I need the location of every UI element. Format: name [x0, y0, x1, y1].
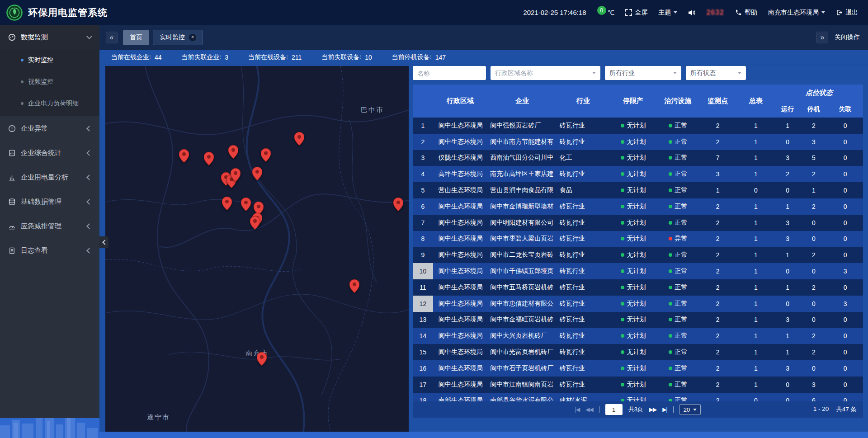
table-row[interactable]: 8阆中生态环境局阆中市枣碧大梁山页岩砖瓦行业无计划异常21300: [413, 231, 863, 247]
table-row[interactable]: 1阆中生态环境局阆中强锐页岩砖厂砖瓦行业无计划正常21120: [413, 118, 863, 134]
table-row[interactable]: 10阆中生态环境局阆中市千佛镇五郎垭页砖瓦行业无计划正常21003: [413, 263, 863, 279]
table-row[interactable]: 4高坪生态环境局南充市高坪区王家店建砖瓦行业无计划正常31220: [413, 166, 863, 182]
alert-count-badge[interactable]: 2632: [706, 9, 724, 17]
table-header: 行政区域 企业 行业 停限产 治污设施 监测点 总表 点位状态 运行 停机: [413, 85, 863, 118]
production-status-cell: 无计划: [609, 328, 657, 344]
sidebar-item[interactable]: 实时监控: [0, 49, 99, 71]
tabs-scroll-left-button[interactable]: «: [106, 32, 118, 43]
org-dropdown[interactable]: 南充市生态环境局: [768, 9, 825, 17]
table-row[interactable]: 14阆中生态环境局阆中大兴页岩机砖厂砖瓦行业无计划正常21120: [413, 328, 863, 344]
status-filter-value: 所有状态: [690, 69, 716, 77]
last-page-button[interactable]: ▶|: [662, 406, 667, 413]
fullscreen-button[interactable]: 全屏: [625, 9, 647, 17]
table-row[interactable]: 11阆中生态环境局阆中市五马桥页岩机砖砖瓦行业无计划正常21120: [413, 279, 863, 296]
industry-filter-select[interactable]: 所有行业: [605, 66, 681, 80]
close-operations-button[interactable]: 关闭操作: [835, 33, 860, 42]
region-filter-select[interactable]: 行政区域名称: [491, 66, 600, 80]
table-row[interactable]: 3仪陇生态环境局西南油气田分公司川中化工无计划正常71350: [413, 150, 863, 166]
chevron-left-icon: [102, 240, 107, 245]
alert-sound-button[interactable]: [688, 9, 695, 16]
map-pin[interactable]: [261, 148, 271, 162]
row-index-cell: 14: [413, 328, 433, 344]
region-cell: 阆中生态环境局: [433, 377, 488, 393]
map-pin[interactable]: [228, 145, 238, 159]
sidebar-submenu: 实时监控视频监控企业电力负荷明细: [0, 49, 99, 116]
map-panel[interactable]: 巴中市南充市遂宁市: [105, 66, 409, 432]
map-pin[interactable]: [257, 352, 267, 366]
temperature-value: 0: [597, 6, 606, 15]
row-index-cell: 15: [413, 344, 433, 360]
stat-item: 当前停机设备:147: [392, 53, 446, 61]
stat-item: 当前在线设备:211: [248, 53, 302, 61]
next-page-button[interactable]: ▶▶: [649, 406, 656, 413]
facility-status-cell: 正常: [657, 150, 699, 166]
tabs-scroll-right-button[interactable]: »: [816, 32, 828, 43]
table-row[interactable]: 6阆中生态环境局阆中市金博瑞新型墙材砖瓦行业无计划正常21120: [413, 198, 863, 215]
sidebar-group-header[interactable]: 企业综合统计: [0, 141, 99, 165]
tab-item[interactable]: 实时监控×: [153, 30, 203, 45]
map-pin[interactable]: [231, 168, 241, 182]
stopped-count-cell: 5: [800, 150, 827, 166]
sidebar-group-header[interactable]: 基础数据管理: [0, 189, 99, 214]
tab-close-icon[interactable]: ×: [189, 34, 196, 41]
tab-item[interactable]: 首页: [123, 30, 149, 45]
temperature-indicator: 0 ℃: [597, 8, 615, 17]
company-cell: 南充市高坪区王家店建: [487, 166, 557, 182]
table-row[interactable]: 15阆中生态环境局阆中市光富页岩机砖厂砖瓦行业无计划正常21120: [413, 344, 863, 360]
map-pin[interactable]: [204, 152, 214, 165]
running-count-cell: 3: [775, 231, 800, 247]
sidebar-group-header[interactable]: 企业用电量分析: [0, 165, 99, 189]
sidebar-group-header[interactable]: 企业异常: [0, 116, 99, 141]
sidebar-group-header[interactable]: 日志查看: [0, 238, 99, 263]
map-collapse-handle[interactable]: [99, 236, 108, 248]
map-pin[interactable]: [393, 198, 403, 211]
table-row[interactable]: 9阆中生态环境局阆中市二龙长宝页岩砖砖瓦行业无计划正常21120: [413, 247, 863, 263]
table-row[interactable]: 5营山生态环境局营山县润丰肉食品有限食品无计划正常10010: [413, 182, 863, 198]
status-filter-select[interactable]: 所有状态: [686, 66, 746, 80]
name-filter-input[interactable]: [413, 66, 486, 80]
first-page-button[interactable]: |◀: [575, 406, 580, 413]
facility-status-cell: 异常: [657, 231, 699, 247]
table-row[interactable]: 7阆中生态环境局阆中明阳建材有限公司砖瓦行业无计划正常21300: [413, 215, 863, 231]
table-row[interactable]: 13阆中生态环境局阆中市金福旺页岩机砖砖瓦行业无计划正常21300: [413, 312, 863, 328]
table-row[interactable]: 17阆中生态环境局阆中市江南镇阆南页岩砖瓦行业无计划正常21030: [413, 377, 863, 393]
company-cell: 阆中市枣碧大梁山页岩: [487, 231, 557, 247]
status-green-dot-icon: [669, 318, 672, 321]
sidebar-item[interactable]: 企业电力负荷明细: [0, 93, 99, 114]
page-number-input[interactable]: [605, 404, 623, 415]
table-row[interactable]: 2阆中生态环境局阆中市南方节能建材有砖瓦行业无计划正常21030: [413, 134, 863, 150]
monitor-count-cell: 2: [699, 344, 736, 360]
page-size-select[interactable]: 20: [679, 404, 701, 415]
prev-page-button[interactable]: ◀◀: [585, 406, 593, 413]
logout-button[interactable]: 退出: [836, 9, 858, 17]
monitor-count-cell: 2: [699, 328, 736, 344]
map-pin[interactable]: [222, 197, 232, 210]
company-cell: 阆中市千佛镇五郎垭页: [487, 263, 557, 279]
production-status-cell: 无计划: [609, 118, 657, 134]
meter-count-cell: 1: [736, 296, 775, 312]
stopped-count-cell: 0: [800, 296, 827, 312]
sidebar-group-header[interactable]: 数据监测: [0, 25, 99, 49]
facility-status-cell: 正常: [657, 134, 699, 150]
table-row[interactable]: 18南部生态环境局南部县兴华水泥有限公建材(水泥无计划正常20060: [413, 393, 863, 401]
sidebar-item[interactable]: 视频监控: [0, 71, 99, 93]
map-pin[interactable]: [349, 279, 359, 293]
table-row[interactable]: 16阆中生态环境局阆中市石子页岩机砖厂砖瓦行业无计划正常21300: [413, 360, 863, 377]
offline-count-cell: 0: [827, 118, 863, 134]
sidebar-group-header[interactable]: 应急减排管理: [0, 214, 99, 238]
offline-count-cell: 0: [827, 377, 863, 393]
help-button[interactable]: 帮助: [735, 9, 757, 17]
map-pin[interactable]: [179, 149, 189, 163]
map-pin[interactable]: [241, 198, 251, 211]
theme-dropdown[interactable]: 主题: [658, 9, 677, 17]
row-index-cell: 12: [413, 296, 433, 312]
stopped-count-cell: 0: [800, 231, 827, 247]
sidebar-group: 企业异常: [0, 116, 99, 141]
header-stop: 停机: [800, 101, 827, 118]
map-pin[interactable]: [294, 132, 304, 146]
table-row[interactable]: 12阆中生态环境局阆中市忠信建材有限公砖瓦行业无计划正常21003: [413, 296, 863, 312]
industry-cell: 砖瓦行业: [557, 118, 610, 134]
map-pin[interactable]: [250, 216, 260, 230]
map-pin[interactable]: [252, 167, 262, 180]
region-filter-value: 行政区域名称: [495, 69, 533, 77]
